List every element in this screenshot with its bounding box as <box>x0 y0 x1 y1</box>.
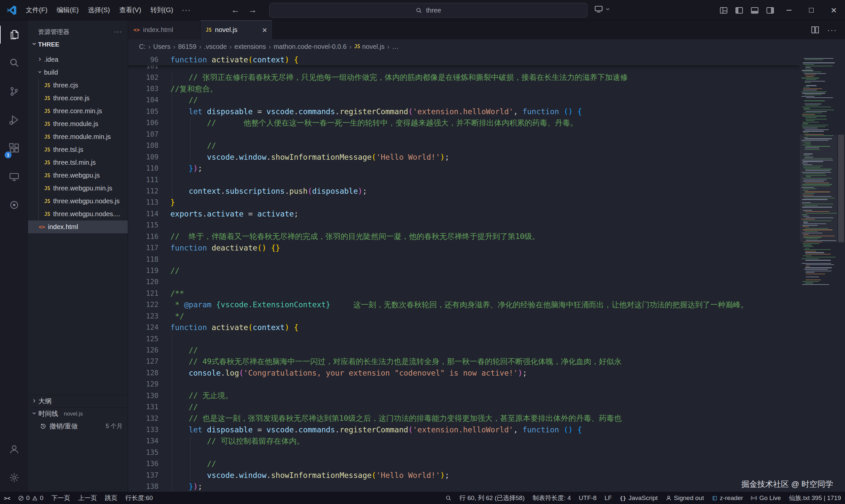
breadcrumb-item-.vscode[interactable]: .vscode <box>204 43 227 51</box>
maximize-button[interactable] <box>800 0 823 20</box>
code-line-103[interactable]: 103//复和愈合。 <box>128 83 800 94</box>
line-number[interactable]: 121 <box>128 289 158 298</box>
customize-layout-icon[interactable] <box>720 6 728 15</box>
sticky-scroll-line[interactable]: 96function activate(context) { <box>128 54 800 65</box>
minimap[interactable] <box>800 54 837 492</box>
code-line-128[interactable]: 128 console.log('Congratulations, your e… <box>128 367 800 379</box>
status-accounts[interactable]: Signed out <box>662 492 708 504</box>
toggle-panel-icon[interactable] <box>751 6 759 15</box>
line-number[interactable]: 116 <box>128 233 158 240</box>
code-line-130[interactable]: 130 // 无止境。 <box>128 390 800 401</box>
breadcrumb-item-extensions[interactable]: extensions <box>234 43 266 51</box>
explorer-actions-button[interactable]: ··· <box>114 28 123 35</box>
line-number[interactable]: 126 <box>128 346 158 354</box>
status-zoom[interactable] <box>441 492 455 504</box>
activity-account[interactable] <box>0 435 28 463</box>
line-number[interactable]: 125 <box>128 335 158 343</box>
activity-search[interactable] <box>0 49 28 77</box>
menu-转到(G)[interactable]: 转到(G) <box>146 0 178 20</box>
tree-item-three.webgpu.nodes....[interactable]: JSthree.webgpu.nodes.... <box>28 208 128 220</box>
line-number[interactable]: 124 <box>128 323 158 331</box>
line-number[interactable]: 112 <box>128 187 158 195</box>
status-go-live[interactable]: Go Live <box>747 492 785 504</box>
vertical-scrollbar[interactable] <box>837 54 845 492</box>
breadcrumb-item-novel.js[interactable]: JSnovel.js <box>354 43 385 51</box>
code-line-119[interactable]: 119// <box>128 265 800 276</box>
line-number[interactable]: 107 <box>128 130 158 138</box>
line-number[interactable]: 135 <box>128 449 158 456</box>
breadcrumb-item-…[interactable]: … <box>392 43 399 51</box>
tree-item-.idea[interactable]: ›.idea <box>28 53 128 66</box>
code-line-112[interactable]: 112 context.subscriptions.push(disposabl… <box>128 185 800 197</box>
code-line-124[interactable]: 124function activate(context) { <box>128 322 800 333</box>
code-line-120[interactable]: 120 <box>128 276 800 287</box>
code-line-113[interactable]: 113} <box>128 197 800 208</box>
code-line-137[interactable]: 137 vscode.window.showInformationMessage… <box>128 469 800 481</box>
line-number[interactable]: 103 <box>128 85 158 93</box>
status-language[interactable]: {}JavaScript <box>616 492 662 504</box>
scrollbar-thumb[interactable] <box>838 135 844 242</box>
tree-item-three.tsl.js[interactable]: JSthree.tsl.js <box>28 143 128 156</box>
line-number[interactable]: 132 <box>128 415 158 422</box>
status-cursor-position[interactable]: 行 60, 列 62 (已选择58) <box>455 492 528 504</box>
line-number[interactable]: 120 <box>128 278 158 286</box>
status-indentation[interactable]: 制表符长度: 4 <box>529 492 575 504</box>
tree-item-index.html[interactable]: <>index.html <box>28 220 128 233</box>
forward-button[interactable]: → <box>248 5 257 15</box>
timeline-entry[interactable]: 撤销/重做 5 个月 <box>28 420 128 432</box>
code-line-109[interactable]: 109 vscode.window.showInformationMessage… <box>128 151 800 162</box>
tree-item-build[interactable]: ›build <box>28 66 128 79</box>
status-jump-page[interactable]: 跳页 <box>101 492 121 504</box>
line-number[interactable]: 110 <box>128 164 158 172</box>
code-line-123[interactable]: 123 */ <box>128 310 800 322</box>
tree-item-three.webgpu.nodes.js[interactable]: JSthree.webgpu.nodes.js <box>28 195 128 208</box>
menu-选择(S)[interactable]: 选择(S) <box>83 0 115 20</box>
command-center-search[interactable]: three <box>269 3 587 18</box>
code-line-118[interactable]: 118 <box>128 253 800 265</box>
line-number[interactable]: 136 <box>128 460 158 468</box>
close-button[interactable]: × <box>823 0 845 20</box>
tree-item-three.module.min.js[interactable]: JSthree.module.min.js <box>28 130 128 143</box>
code-line-105[interactable]: 105 let disposable = vscode.commands.reg… <box>128 106 800 117</box>
line-number[interactable]: 108 <box>128 142 158 149</box>
line-number[interactable]: 109 <box>128 153 158 161</box>
code-line-104[interactable]: 104 // <box>128 94 800 106</box>
code-line-116[interactable]: 116// 终于，伴随着又一轮春秋无尽禅的完成，张羽的目光陡然间一凝，他的春秋无… <box>128 231 800 242</box>
menu-查看(V)[interactable]: 查看(V) <box>115 0 146 20</box>
close-icon[interactable]: × <box>262 26 267 34</box>
code-line-102[interactable]: 102 // 张羽正在修行着春秋无尽禅，只见他每一组动作做完，体内的筋肉都像是在… <box>128 72 800 83</box>
line-number[interactable]: 102 <box>128 74 158 82</box>
line-number[interactable]: 118 <box>128 255 158 264</box>
tree-item-three.core.js[interactable]: JSthree.core.js <box>28 92 128 105</box>
code-line-129[interactable]: 129 <box>128 379 800 390</box>
code-line-126[interactable]: 126 // <box>128 345 800 356</box>
code-line-121[interactable]: 121/** <box>128 288 800 299</box>
tree-item-three.webgpu.js[interactable]: JSthree.webgpu.js <box>28 169 128 182</box>
line-number[interactable]: 130 <box>128 392 158 400</box>
toggle-secondary-sidebar-icon[interactable] <box>766 6 774 15</box>
code-line-111[interactable]: 111 <box>128 174 800 185</box>
code-editor[interactable]: 101102 // 张羽正在修行着春秋无尽禅，只见他每一组动作做完，体内的筋肉都… <box>128 54 800 492</box>
breadcrumb-item-Users[interactable]: Users <box>153 43 170 51</box>
status-eol[interactable]: LF <box>601 492 616 504</box>
tab-index.html[interactable]: <>index.html <box>128 20 200 39</box>
code-line-127[interactable]: 127 // 49式春秋无尽禅在他脑海中一一闪过，对应着的长生法力也是流转全身，… <box>128 356 800 367</box>
line-number[interactable]: 114 <box>128 210 158 218</box>
code-line-135[interactable]: 135 <box>128 447 800 458</box>
line-number[interactable]: 119 <box>128 267 158 275</box>
tree-item-three.tsl.min.js[interactable]: JSthree.tsl.min.js <box>28 156 128 169</box>
code-line-115[interactable]: 115 <box>128 219 800 231</box>
status-next-page[interactable]: 下一页 <box>47 492 74 504</box>
line-number[interactable]: 105 <box>128 108 158 115</box>
code-line-110[interactable]: 110 }); <box>128 163 800 174</box>
code-line-136[interactable]: 136 // <box>128 458 800 469</box>
timeline-section-header[interactable]: › 时间线 novel.js <box>28 407 128 420</box>
status-prev-page[interactable]: 上一页 <box>74 492 101 504</box>
activity-live-share[interactable] <box>0 191 28 219</box>
line-number[interactable]: 111 <box>128 176 158 184</box>
menu-overflow-button[interactable]: ··· <box>178 6 195 15</box>
code-line-132[interactable]: 132 // 也是这一刻，张羽发现春秋无尽禅达到第10级之后，这门功法的排毒能力… <box>128 413 800 424</box>
status-line-length[interactable]: 行长度:60 <box>121 492 157 504</box>
line-number[interactable]: 115 <box>128 221 158 229</box>
tree-root-three[interactable]: › THREE <box>28 38 128 51</box>
